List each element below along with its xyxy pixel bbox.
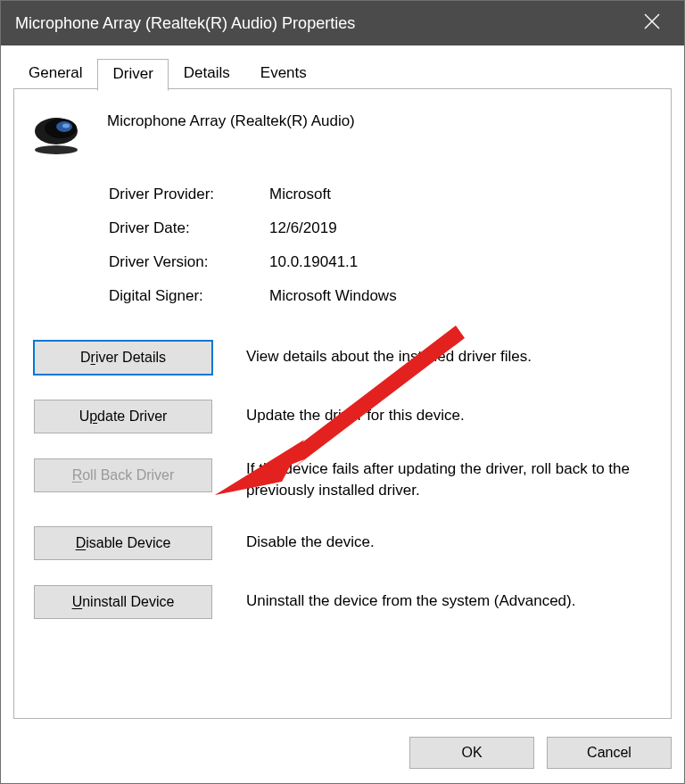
tab-general[interactable]: General [13, 58, 97, 89]
provider-label: Driver Provider: [109, 186, 269, 203]
window-title: Microphone Array (Realtek(R) Audio) Prop… [15, 14, 634, 33]
disable-device-description: Disable the device. [246, 526, 651, 553]
driver-info-grid: Driver Provider: Microsoft Driver Date: … [109, 186, 651, 305]
update-driver-row: Update Driver Update the driver for this… [34, 400, 651, 433]
update-driver-button[interactable]: Update Driver [34, 400, 212, 433]
uninstall-device-button[interactable]: Uninstall Device [34, 585, 212, 619]
device-header: Microphone Array (Realtek(R) Audio) [34, 111, 651, 155]
rollback-driver-description: If the device fails after updating the d… [246, 458, 651, 501]
signer-label: Digital Signer: [109, 287, 269, 305]
provider-value: Microsoft [269, 186, 651, 203]
date-label: Driver Date: [109, 219, 269, 237]
cancel-button[interactable]: Cancel [547, 737, 672, 769]
tab-events[interactable]: Events [245, 58, 322, 89]
date-value: 12/6/2019 [269, 219, 651, 237]
disable-device-button[interactable]: Disable Device [34, 526, 212, 560]
svg-point-2 [35, 145, 78, 154]
close-button[interactable] [634, 13, 670, 34]
tab-driver[interactable]: Driver [97, 59, 168, 91]
disable-device-row: Disable Device Disable the device. [34, 526, 651, 560]
properties-dialog: Microphone Array (Realtek(R) Audio) Prop… [0, 0, 685, 784]
uninstall-device-row: Uninstall Device Uninstall the device fr… [34, 585, 651, 619]
uninstall-device-description: Uninstall the device from the system (Ad… [246, 585, 651, 612]
tab-strip: General Driver Details Events [1, 45, 684, 89]
driver-details-description: View details about the installed driver … [246, 341, 651, 367]
update-driver-description: Update the driver for this device. [246, 400, 651, 426]
svg-point-6 [62, 124, 70, 128]
titlebar[interactable]: Microphone Array (Realtek(R) Audio) Prop… [1, 1, 684, 45]
version-label: Driver Version: [109, 253, 269, 271]
driver-details-button[interactable]: Driver Details [34, 341, 212, 375]
driver-details-row: Driver Details View details about the in… [34, 341, 651, 375]
ok-button[interactable]: OK [409, 737, 534, 769]
rollback-driver-button: Roll Back Driver [34, 458, 212, 492]
webcam-icon [34, 111, 89, 155]
device-name: Microphone Array (Realtek(R) Audio) [107, 111, 355, 130]
driver-tab-panel: Microphone Array (Realtek(R) Audio) Driv… [13, 89, 672, 719]
close-icon [644, 13, 660, 29]
rollback-driver-row: Roll Back Driver If the device fails aft… [34, 458, 651, 501]
dialog-button-bar: OK Cancel [1, 728, 684, 783]
version-value: 10.0.19041.1 [269, 253, 651, 271]
tab-details[interactable]: Details [169, 58, 245, 89]
signer-value: Microsoft Windows [269, 287, 651, 305]
